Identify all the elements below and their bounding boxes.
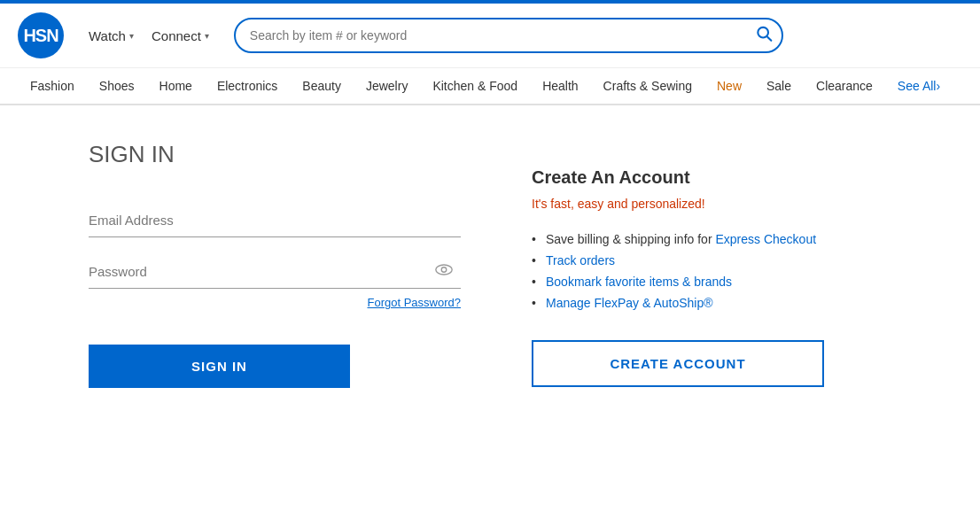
nav-item-fashion[interactable]: Fashion [18, 68, 87, 104]
search-button[interactable] [755, 25, 773, 47]
nav-item-crafts[interactable]: Crafts & Sewing [591, 68, 704, 104]
benefit-2-text: Track orders [546, 253, 615, 267]
benefit-3-text: Bookmark favorite items & brands [546, 275, 732, 289]
benefit-1-text: Save billing & shipping info for [546, 232, 715, 246]
header: HSN Watch ▾ Connect ▾ [0, 4, 980, 68]
search-input[interactable] [234, 18, 783, 53]
nav-item-home[interactable]: Home [147, 68, 205, 104]
watch-label: Watch [89, 28, 126, 43]
svg-line-1 [767, 37, 771, 41]
sign-in-title: SIGN IN [89, 141, 461, 168]
create-account-button[interactable]: CREATE ACCOUNT [532, 340, 824, 387]
watch-nav-item[interactable]: Watch ▾ [82, 25, 141, 47]
nav-item-health[interactable]: Health [530, 68, 590, 104]
svg-point-3 [441, 267, 447, 273]
password-wrapper [89, 255, 461, 289]
sign-in-button[interactable]: SIGN IN [89, 345, 350, 388]
nav-item-jewelry[interactable]: Jewelry [354, 68, 420, 104]
benefit-4-text: Manage FlexPay & AutoShip® [546, 296, 713, 310]
forgot-password-link[interactable]: Forgot Password? [89, 296, 461, 309]
sign-in-section: SIGN IN Forgot Password? SIGN IN [89, 141, 461, 388]
watch-chevron-icon: ▾ [129, 31, 134, 41]
benefit-1-link: Express Checkout [715, 232, 816, 246]
search-container [234, 18, 783, 53]
connect-label: Connect [152, 28, 201, 43]
nav-item-shoes[interactable]: Shoes [87, 68, 147, 104]
nav-bar: Fashion Shoes Home Electronics Beauty Je… [0, 68, 980, 105]
nav-item-electronics[interactable]: Electronics [205, 68, 290, 104]
benefits-list: Save billing & shipping info for Express… [532, 229, 824, 314]
main-content: SIGN IN Forgot Password? SIGN IN Create … [0, 105, 975, 423]
search-icon [755, 25, 773, 43]
svg-point-0 [758, 27, 768, 38]
create-account-section: Create An Account It's fast, easy and pe… [532, 141, 824, 388]
email-field[interactable] [89, 204, 461, 237]
nav-item-clearance[interactable]: Clearance [804, 68, 885, 104]
connect-nav-item[interactable]: Connect ▾ [144, 25, 216, 47]
svg-point-2 [436, 265, 452, 275]
password-field[interactable] [89, 255, 461, 289]
nav-item-beauty[interactable]: Beauty [290, 68, 354, 104]
nav-item-kitchen[interactable]: Kitchen & Food [420, 68, 530, 104]
benefit-4: Manage FlexPay & AutoShip® [532, 292, 824, 314]
header-nav: Watch ▾ Connect ▾ [82, 25, 216, 47]
nav-item-sale[interactable]: Sale [754, 68, 804, 104]
benefit-1: Save billing & shipping info for Express… [532, 229, 824, 250]
create-account-title: Create An Account [532, 167, 824, 188]
password-toggle-icon[interactable] [434, 260, 454, 284]
create-account-subtitle: It's fast, easy and personalized! [532, 197, 824, 211]
nav-item-see-all[interactable]: See All› [885, 68, 953, 104]
password-group: Forgot Password? [89, 255, 461, 309]
benefit-2: Track orders [532, 250, 824, 271]
benefit-3: Bookmark favorite items & brands [532, 271, 824, 292]
email-group [89, 204, 461, 237]
connect-chevron-icon: ▾ [205, 31, 209, 41]
logo[interactable]: HSN [18, 12, 64, 58]
nav-item-new[interactable]: New [704, 68, 754, 104]
